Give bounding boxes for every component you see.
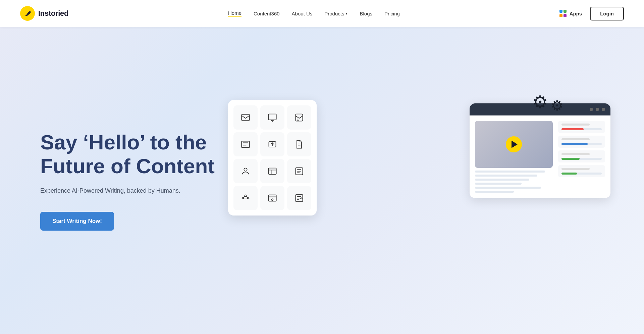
content-ads: [260, 132, 284, 156]
dot-3: [602, 108, 605, 111]
svg-point-21: [242, 197, 244, 199]
nav-content360[interactable]: Content360: [254, 11, 280, 16]
gear-icon-small: ⚙: [551, 99, 564, 113]
svg-point-23: [248, 197, 249, 199]
content-newsletter: [287, 105, 311, 130]
nav-blogs[interactable]: Blogs: [360, 11, 372, 16]
login-button[interactable]: Login: [590, 7, 624, 20]
content-analytics: [287, 186, 311, 210]
svg-rect-1: [241, 114, 249, 121]
desc-line-6: [475, 191, 514, 193]
svg-point-0: [25, 15, 26, 16]
panel-body: [470, 115, 610, 198]
logo-text: Instoried: [38, 9, 68, 18]
bar-track-1: [561, 128, 602, 130]
video-description-lines: [475, 171, 553, 193]
stat-label-3: [561, 153, 590, 155]
apps-grid-icon: [559, 10, 567, 17]
video-left: [475, 121, 553, 193]
content-document: [287, 132, 311, 156]
content-email: [233, 105, 258, 130]
stat-bar-2: [558, 136, 605, 148]
hero-subtitle: Experience AI-Powered Writing, backed by…: [40, 186, 215, 196]
chevron-down-icon: ▾: [345, 11, 347, 16]
desc-line-1: [475, 171, 545, 173]
desc-line-4: [475, 183, 522, 185]
stat-label-1: [561, 124, 590, 126]
gears-decoration: ⚙ ⚙: [532, 93, 564, 113]
content-types-panel: [228, 100, 317, 216]
hero-illustration: ⚙ ⚙: [215, 80, 617, 281]
navbar: Instoried Home Content360 About Us Produ…: [0, 0, 644, 27]
hero-title: Say ‘Hello’ to the Future of Content: [40, 130, 215, 178]
nav-right: Apps Login: [559, 7, 624, 20]
gear-icon-large: ⚙: [532, 93, 548, 113]
play-button[interactable]: [506, 136, 522, 152]
svg-point-13: [244, 168, 247, 171]
nav-home[interactable]: Home: [228, 10, 241, 17]
dot-2: [596, 108, 599, 111]
bar-fill-2: [561, 143, 588, 145]
video-thumbnail: [475, 121, 553, 168]
cta-button[interactable]: Start Writing Now!: [40, 212, 114, 231]
content-social: [260, 105, 284, 130]
logo[interactable]: Instoried: [20, 6, 68, 21]
nav-pricing[interactable]: Pricing: [384, 11, 400, 16]
content-publish: [260, 186, 284, 210]
nav-products[interactable]: Products ▾: [324, 11, 347, 16]
nav-links: Home Content360 About Us Products ▾ Blog…: [228, 10, 400, 17]
content-template: [260, 159, 284, 183]
content-report: [287, 159, 311, 183]
video-panel: [470, 103, 610, 198]
stat-label-4: [561, 168, 590, 170]
content-press: [233, 132, 258, 156]
hero-section: Say ‘Hello’ to the Future of Content Exp…: [0, 0, 644, 334]
stat-bar-4: [558, 165, 605, 177]
desc-line-2: [475, 175, 537, 177]
bar-fill-1: [561, 128, 584, 130]
svg-rect-5: [241, 141, 249, 147]
nav-about[interactable]: About Us: [292, 11, 313, 16]
hero-left: Say ‘Hello’ to the Future of Content Exp…: [40, 130, 215, 231]
dot-1: [590, 108, 593, 111]
bar-track-2: [561, 143, 602, 145]
logo-icon: [20, 6, 35, 21]
stat-label-2: [561, 138, 590, 140]
desc-line-3: [475, 179, 529, 181]
desc-line-5: [475, 187, 541, 189]
apps-button[interactable]: Apps: [559, 10, 582, 17]
svg-rect-2: [268, 114, 276, 120]
bar-fill-3: [561, 158, 580, 160]
content-profile: [233, 159, 258, 183]
bar-track-4: [561, 173, 602, 175]
bar-track-3: [561, 158, 602, 160]
stats-panel: [558, 121, 605, 193]
content-workflow: [233, 186, 258, 210]
stat-bar-1: [558, 121, 605, 133]
bar-fill-4: [561, 173, 577, 175]
svg-point-26: [272, 199, 273, 200]
svg-rect-14: [268, 168, 276, 174]
stat-bar-3: [558, 150, 605, 162]
